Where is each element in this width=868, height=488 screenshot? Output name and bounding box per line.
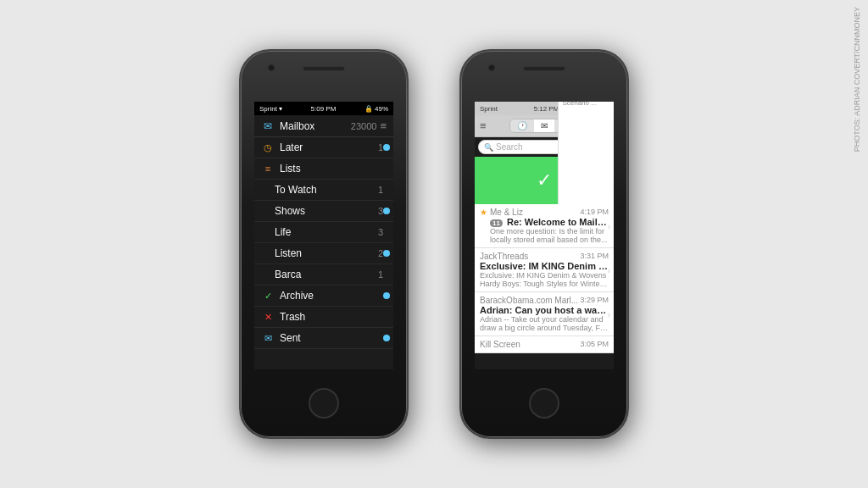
towatch-label: To Watch xyxy=(275,184,378,196)
search-icon: 🔍 xyxy=(484,143,493,152)
phone1-top xyxy=(241,51,407,102)
phone1-lock-icon: 🔒 xyxy=(364,105,373,113)
email-preview-1b: locally stored email based on the... xyxy=(490,236,609,244)
phone2-camera xyxy=(488,64,495,71)
phone2-screen: Sprint 5:12 PM 48% ≡ 🕐 ✉ ✓ ✏ 🔍 Search xyxy=(475,102,614,369)
chevron-icon-1: › xyxy=(608,221,610,230)
later-dot xyxy=(383,144,390,151)
trash-label: Trash xyxy=(280,311,387,323)
phone1-wifi-icon: ▾ xyxy=(279,105,282,113)
phone1-home-button[interactable] xyxy=(309,388,339,419)
phone2-home-button[interactable] xyxy=(529,388,559,419)
mailbox-icon: ✉ xyxy=(261,120,275,132)
email-badge-1: 11 xyxy=(490,219,503,227)
email-preview-3b: draw a big circle around Tuesday, Febr..… xyxy=(480,324,609,332)
email-item-swiped[interactable]: ✓ TurntableLab.com Turntable Lab New... … xyxy=(475,157,614,204)
star-icon-1: ★ xyxy=(480,208,487,217)
trash-icon: ✕ xyxy=(261,312,275,323)
archive-icon: ✓ xyxy=(261,291,275,302)
email-sender-3: BarackObama.com Marl... 3:29 PM xyxy=(480,296,609,305)
phone1-status-right: 🔒 49% xyxy=(364,105,388,113)
email-time-3: 3:29 PM xyxy=(580,296,609,305)
listen-label: Listen xyxy=(275,247,378,259)
email-preview-3: Adrian -- Take out your calendar and xyxy=(480,315,609,324)
email-item-1[interactable]: ★ Me & Liz 4:19 PM 11 Re: Welcome to Mai… xyxy=(475,204,614,248)
archive-dot xyxy=(383,292,390,299)
email-item-1-inner: ★ Me & Liz 4:19 PM 11 Re: Welcome to Mai… xyxy=(480,208,609,244)
camera xyxy=(268,64,275,71)
email-item-4[interactable]: Kill Screen 3:05 PM xyxy=(475,336,614,353)
phone2-top xyxy=(461,51,627,102)
swipe-check-icon: ✓ xyxy=(537,169,552,191)
sent-item[interactable]: ✉ Sent xyxy=(254,328,393,349)
email-sender-2: JackThreads 3:31 PM xyxy=(480,252,609,261)
archive-item[interactable]: ✓ Archive xyxy=(254,286,393,307)
listen-item[interactable]: Listen 2 xyxy=(254,243,393,264)
phones-container: Sprint ▾ 5:09 PM 🔒 49% ✉ Mailbox 23000 ≡… xyxy=(239,49,629,439)
tab-clock[interactable]: 🕐 xyxy=(510,119,534,132)
tab-mail[interactable]: ✉ xyxy=(534,119,554,132)
later-icon: ◷ xyxy=(261,142,275,153)
email-subject-2: Exclusive: IM KING Denim + Color... xyxy=(480,261,609,271)
email-time-2: 3:31 PM xyxy=(580,252,609,261)
mailbox-label: Mailbox xyxy=(280,120,351,132)
sent-label: Sent xyxy=(280,332,387,344)
email-preview-2: Exclusive: IM KING Denim & Wovens xyxy=(480,271,609,280)
later-label: Later xyxy=(280,141,378,153)
sent-icon: ✉ xyxy=(261,333,275,344)
shows-dot xyxy=(383,208,390,214)
chevron-icon-2: › xyxy=(608,265,610,274)
barca-count: 1 xyxy=(378,269,383,280)
phone1-bottom xyxy=(241,369,407,437)
trash-item[interactable]: ✕ Trash xyxy=(254,307,393,328)
phone-2: Sprint 5:12 PM 48% ≡ 🕐 ✉ ✓ ✏ 🔍 Search xyxy=(459,49,629,439)
email-time-4: 3:05 PM xyxy=(580,340,609,349)
phone2-bottom xyxy=(461,369,627,437)
towatch-count: 1 xyxy=(378,185,383,195)
hamburger-icon[interactable]: ≡ xyxy=(380,119,387,132)
email-subject-3: Adrian: Can you host a watch pa... xyxy=(480,305,609,315)
barca-item[interactable]: Barca 1 xyxy=(254,264,393,286)
search-placeholder: Search xyxy=(496,142,523,152)
email-content-3: BarackObama.com Marl... 3:29 PM Adrian: … xyxy=(480,296,609,332)
lists-item[interactable]: ≡ Lists xyxy=(254,158,393,180)
speaker xyxy=(303,66,345,71)
phone1-status-left: Sprint ▾ xyxy=(259,105,282,113)
archive-label: Archive xyxy=(280,290,387,302)
phone1-battery: 49% xyxy=(375,105,388,113)
lists-label: Lists xyxy=(280,163,387,175)
phone-1: Sprint ▾ 5:09 PM 🔒 49% ✉ Mailbox 23000 ≡… xyxy=(239,49,409,439)
email-preview-1: One more question: Is the limit for xyxy=(490,227,609,236)
chevron-icon-3: › xyxy=(608,309,610,319)
email-item-2[interactable]: JackThreads 3:31 PM Exclusive: IM KING D… xyxy=(475,248,614,292)
barca-label: Barca xyxy=(275,269,378,280)
email-content-2: JackThreads 3:31 PM Exclusive: IM KING D… xyxy=(480,252,609,288)
later-item[interactable]: ◷ Later 1 xyxy=(254,137,393,158)
lists-icon: ≡ xyxy=(261,164,275,174)
sent-dot xyxy=(383,335,390,341)
phone1-carrier: Sprint xyxy=(259,105,277,113)
mailbox-count: 23000 xyxy=(351,121,377,131)
life-count: 3 xyxy=(378,227,383,237)
phone1-screen: Sprint ▾ 5:09 PM 🔒 49% ✉ Mailbox 23000 ≡… xyxy=(254,102,393,369)
phone2-carrier: Sprint xyxy=(480,105,498,113)
email-sender-1: Me & Liz 4:19 PM xyxy=(490,208,609,217)
email-item-2-inner: JackThreads 3:31 PM Exclusive: IM KING D… xyxy=(480,252,609,288)
towatch-item[interactable]: To Watch 1 xyxy=(254,180,393,201)
life-item[interactable]: Life 3 xyxy=(254,222,393,243)
email-subject-1: 11 Re: Welcome to Mailb... xyxy=(490,217,609,227)
phone2-time: 5:12 PM xyxy=(534,105,559,113)
email-sender-4: Kill Screen 3:05 PM xyxy=(480,340,609,349)
menu-icon[interactable]: ≡ xyxy=(480,119,487,132)
life-label: Life xyxy=(275,226,378,238)
phone1-status-bar: Sprint ▾ 5:09 PM 🔒 49% xyxy=(254,102,393,115)
listen-dot xyxy=(383,250,390,257)
mailbox-header-row[interactable]: ✉ Mailbox 23000 ≡ xyxy=(254,115,393,137)
email-item-3-inner: BarackObama.com Marl... 3:29 PM Adrian: … xyxy=(480,296,609,332)
email-preview-2b: Hardy Boys: Tough Styles for Winter Ne..… xyxy=(480,280,609,288)
shows-item[interactable]: Shows 3 xyxy=(254,201,393,222)
shows-label: Shows xyxy=(275,205,378,217)
attribution-text: PHOTOS: ADRIAN COVERT/CNNMONEY xyxy=(853,7,861,152)
email-item-3[interactable]: BarackObama.com Marl... 3:29 PM Adrian: … xyxy=(475,292,614,336)
email-time-1: 4:19 PM xyxy=(580,208,609,217)
